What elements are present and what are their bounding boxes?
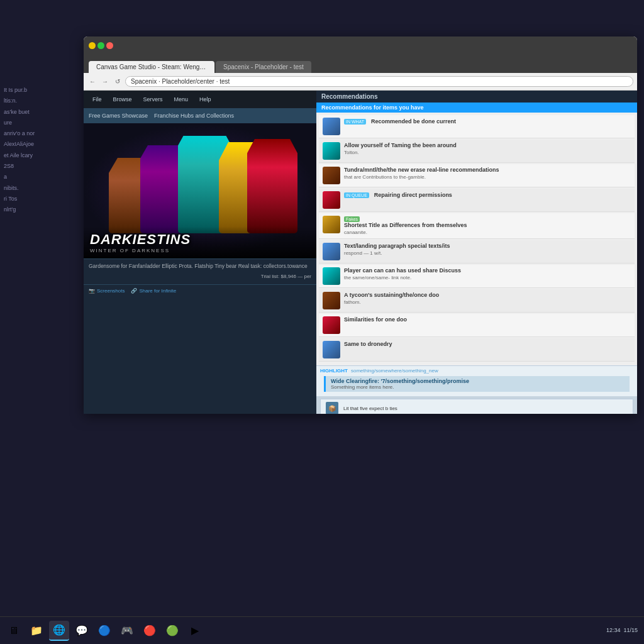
- refresh-button[interactable]: ↺: [113, 77, 123, 87]
- store-header: Recommendations: [316, 91, 637, 103]
- game-title-overlay: DARKIESTINS WINTER OF DARKNESS: [84, 226, 316, 258]
- item-meta: Fakes: [344, 216, 631, 222]
- item-details: Tundra/mntl/the/the new erase real-line …: [344, 167, 631, 180]
- game-subtitle: WINTER OF DARKNESS: [90, 248, 310, 253]
- item-image: [323, 316, 340, 334]
- game-description: Gardensome for Fanfanladder Elliptic Pro…: [89, 263, 311, 270]
- system-tray: 12:34 11/15: [600, 616, 644, 644]
- item-icon: [323, 142, 340, 160]
- item-details: IN WHAT Recommended be done current: [344, 118, 631, 126]
- item-title: Player can can can has used share Discus…: [344, 267, 631, 275]
- list-item[interactable]: Allow yourself of Taming the been around…: [319, 140, 635, 163]
- back-button[interactable]: ←: [87, 77, 97, 87]
- item-desc: Tolton.: [344, 150, 631, 156]
- list-item[interactable]: Fakes Shortest Title as Differences from…: [319, 213, 635, 239]
- maximize-button[interactable]: [97, 42, 104, 49]
- item-title: A tycoon's sustaining/the/once doo: [344, 292, 631, 299]
- sidebar-text-item: nibits.: [4, 184, 79, 193]
- list-item[interactable]: IN QUEUE Repairing direct permissions: [319, 189, 635, 212]
- taskbar-app1[interactable]: 🔵: [94, 621, 114, 641]
- toolbar-servers[interactable]: Servers: [140, 95, 167, 104]
- item-details: A tycoon's sustaining/the/once doo fatho…: [344, 292, 631, 306]
- item-title: Allow yourself of Taming the been around: [344, 142, 631, 150]
- sidebar-text-item: nlrt'g: [4, 205, 79, 214]
- taskbar-browser[interactable]: 🌐: [49, 621, 69, 641]
- item-details: Similarities for one doo: [344, 316, 631, 324]
- sidebar-text-item: ltis:n.: [4, 96, 79, 106]
- item-image: [323, 191, 340, 209]
- toolbar-browse[interactable]: Browse: [109, 95, 136, 104]
- game-hero-image: DARKIESTINS WINTER OF DARKNESS: [84, 123, 316, 258]
- taskbar: 🖥 📁 🌐 💬 🔵 🎮 🔴 🟢 ▶ 12:34 11/15: [0, 616, 644, 644]
- forward-button[interactable]: →: [100, 77, 110, 87]
- character-5: [247, 139, 297, 233]
- nav-franchise[interactable]: Franchise Hubs and Collections: [154, 113, 234, 119]
- sidebar-text-item: AlexIAliAjoe: [4, 140, 79, 149]
- item-title: Same to dronedry: [344, 341, 631, 348]
- game-info: Gardensome for Fanfanladder Elliptic Pro…: [84, 258, 316, 284]
- nav-free-games[interactable]: Free Games Showcase: [89, 113, 148, 119]
- close-button[interactable]: [106, 42, 113, 49]
- tab-1[interactable]: Canvas Game Studio - Steam: Wenge Ric...: [89, 61, 214, 73]
- taskbar-chat[interactable]: 💬: [72, 621, 92, 641]
- steam-left-panel: File Browse Servers Menu Help Free Games…: [84, 91, 316, 414]
- tab-2[interactable]: Spacenix - Placeholder - test: [216, 61, 311, 73]
- share-link[interactable]: 🔗 Share for Infinite: [131, 288, 176, 294]
- taskbar-files[interactable]: 📁: [26, 621, 47, 641]
- announce-bar: Wide Clearingfire: '7/something/somethin…: [324, 376, 630, 392]
- game-title: DARKIESTINS: [90, 231, 310, 248]
- steam-right-panel: Recommendations Recommendations for item…: [316, 91, 637, 414]
- taskbar-app2[interactable]: 🔴: [140, 621, 160, 641]
- screenshots-link[interactable]: 📷 Screenshots: [89, 288, 125, 294]
- list-item[interactable]: Text/landing paragraph special texts/its…: [319, 240, 635, 264]
- taskbar-arrow[interactable]: ▶: [185, 621, 205, 641]
- item-image: [323, 167, 340, 184]
- item-title: Similarities for one doo: [344, 316, 631, 324]
- announce-row: HIGHLIGHT something/somewhere/something_…: [320, 368, 633, 374]
- steam-toolbar: File Browse Servers Menu Help: [84, 91, 316, 108]
- tray-time: 12:34: [606, 627, 621, 633]
- item-badge: Fakes: [344, 216, 360, 222]
- item-details: Text/landing paragraph special texts/its…: [344, 243, 631, 257]
- item-meta: IN QUEUE Repairing direct permissions: [344, 192, 631, 199]
- list-item[interactable]: Same to dronedry: [319, 338, 635, 362]
- list-item[interactable]: A tycoon's sustaining/the/once doo fatho…: [319, 289, 635, 313]
- minimize-button[interactable]: [89, 42, 96, 49]
- url-input[interactable]: [125, 76, 633, 87]
- install-section: 📦 Lit that five expect b ties: [320, 399, 633, 414]
- toolbar-help[interactable]: Help: [196, 95, 215, 104]
- item-title: Shortest Title as Differences from thems…: [344, 222, 631, 230]
- item-details: IN QUEUE Repairing direct permissions: [344, 191, 631, 199]
- taskbar-app3[interactable]: 🟢: [162, 621, 182, 641]
- announce-section: HIGHLIGHT something/somewhere/something_…: [316, 365, 637, 396]
- item-icon: [323, 292, 340, 309]
- list-item[interactable]: Player can can can has used share Discus…: [319, 265, 635, 288]
- taskbar-game[interactable]: 🎮: [117, 621, 137, 641]
- item-image: [323, 341, 340, 358]
- item-desc: fathom.: [344, 299, 631, 306]
- browser-chrome: Canvas Game Studio - Steam: Wenge Ric...…: [84, 36, 637, 91]
- item-badge: IN QUEUE: [344, 192, 369, 198]
- browser-window: Canvas Game Studio - Steam: Wenge Ric...…: [84, 36, 637, 414]
- toolbar-menu[interactable]: Menu: [170, 95, 192, 104]
- list-item[interactable]: Tundra/mntl/the/the new erase real-line …: [319, 164, 635, 187]
- announce-link[interactable]: something/somewhere/something_new: [351, 368, 438, 374]
- store-content: IN WHAT Recommended be done current Allo…: [316, 113, 637, 365]
- browser-content: File Browse Servers Menu Help Free Games…: [84, 91, 637, 414]
- toolbar-file[interactable]: File: [89, 95, 106, 104]
- install-icon: 📦: [326, 402, 338, 414]
- item-icon: [323, 167, 340, 184]
- item-image: [323, 243, 340, 260]
- item-icon: [323, 243, 340, 260]
- sidebar-text-item: ri Tos: [4, 194, 79, 204]
- sidebar-text-item: anriv'o a nor: [4, 129, 79, 138]
- item-title: Text/landing paragraph special texts/its: [344, 243, 631, 250]
- list-item[interactable]: Similarities for one doo: [319, 314, 635, 337]
- steam-nav: Free Games Showcase Franchise Hubs and C…: [84, 108, 316, 123]
- browser-tabs: Canvas Game Studio - Steam: Wenge Ric...…: [84, 54, 637, 73]
- taskbar-start[interactable]: 🖥: [4, 621, 24, 641]
- list-item[interactable]: IN WHAT Recommended be done current: [319, 115, 635, 138]
- address-bar: ← → ↺: [84, 73, 637, 91]
- sidebar-text-item: a: [4, 172, 79, 182]
- item-icon: [323, 316, 340, 334]
